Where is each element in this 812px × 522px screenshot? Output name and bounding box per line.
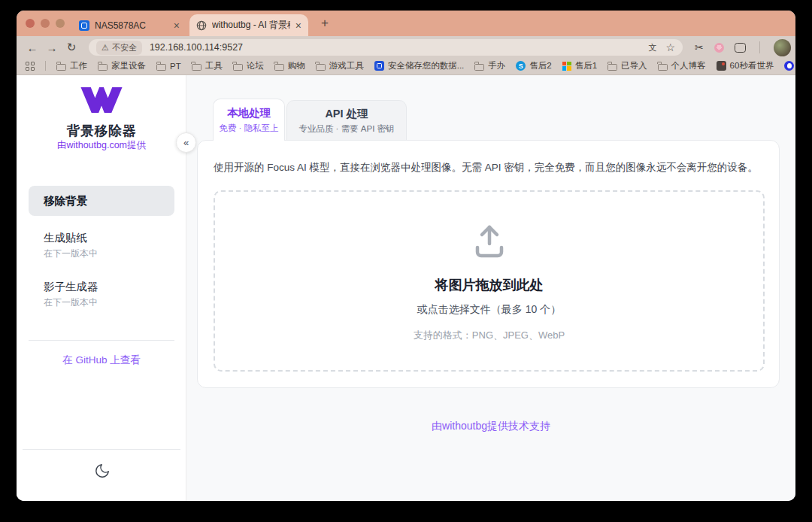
close-window-button[interactable]: [26, 19, 35, 28]
close-tab-icon[interactable]: ×: [174, 20, 180, 31]
folder-icon: [316, 64, 326, 71]
translate-icon[interactable]: 文: [648, 42, 656, 53]
upload-icon: [468, 220, 511, 263]
bookmark-item[interactable]: 个人博客: [658, 60, 706, 71]
bookmark-label: 工作: [70, 60, 87, 71]
storage-favicon: [374, 61, 384, 71]
bookmark-label: 售后2: [529, 60, 551, 71]
close-tab-icon[interactable]: ×: [295, 20, 301, 31]
side-panel-icon[interactable]: [735, 43, 746, 53]
bookmark-label: 60秒看世界: [730, 60, 774, 71]
browser-tab-nas[interactable]: NAS5878AC ×: [72, 14, 186, 36]
scissors-extension-icon[interactable]: ✂: [695, 41, 704, 53]
folder-icon: [658, 64, 668, 71]
reload-icon[interactable]: ↻: [62, 41, 81, 54]
bookmark-item[interactable]: 安全储存您的数据...: [374, 60, 465, 71]
tab-subtitle: 免费 · 隐私至上: [219, 123, 278, 134]
forward-icon[interactable]: →: [42, 41, 62, 54]
apps-grid-icon[interactable]: [26, 62, 35, 71]
sidebar-item-generate-sticker[interactable]: 生成贴纸 在下一版本中: [29, 230, 174, 259]
flower-extension-icon[interactable]: [714, 43, 724, 53]
divider: [29, 340, 174, 341]
withoutbg-logo-icon: [79, 86, 124, 114]
minimize-window-button[interactable]: [41, 19, 50, 28]
web-page: 背景移除器 由withoutbg.com提供 « 移除背景 生成贴纸 在下一版本…: [17, 75, 795, 501]
bookmark-star-icon[interactable]: ☆: [665, 41, 675, 53]
new-tab-button[interactable]: +: [316, 14, 334, 32]
browser-tab-withoutbg[interactable]: withoutbg - AI 背景移除 ×: [189, 14, 308, 36]
back-icon[interactable]: ←: [23, 41, 42, 54]
bookmarks-divider: [45, 61, 46, 71]
toolbar-divider: [759, 41, 760, 53]
bookmark-item[interactable]: 百度一下，你就知道: [784, 60, 795, 71]
profile-avatar[interactable]: [774, 39, 791, 56]
bookmark-label: 已导入: [621, 60, 647, 71]
bookmark-label: 安全储存您的数据...: [388, 60, 465, 71]
bookmark-item[interactable]: 购物: [274, 60, 305, 71]
tab-local-processing[interactable]: 本地处理 免费 · 隐私至上: [213, 99, 285, 141]
app-sidebar: 背景移除器 由withoutbg.com提供 « 移除背景 生成贴纸 在下一版本…: [17, 75, 186, 501]
sidebar-item-shadow-generator[interactable]: 影子生成器 在下一版本中: [29, 279, 174, 308]
tab-subtitle: 专业品质 · 需要 API 密钥: [298, 123, 394, 135]
browser-tab-strip: NAS5878AC × withoutbg - AI 背景移除 × +: [17, 11, 795, 36]
bookmark-item[interactable]: S售后2: [516, 60, 551, 71]
bookmark-item[interactable]: 工作: [56, 60, 87, 71]
powered-by-link[interactable]: 由withoutbg提供技术支持: [186, 420, 795, 433]
bookmark-item[interactable]: 论坛: [233, 60, 264, 71]
zoom-window-button[interactable]: [56, 19, 65, 28]
bookmarks-bar: 工作 家里设备 PT 工具 论坛 购物 游戏工具 安全储存您的数据... 手办 …: [17, 59, 795, 75]
bookmark-label: 论坛: [247, 60, 264, 71]
main-content: 本地处理 免费 · 隐私至上 API 处理 专业品质 · 需要 API 密钥 使…: [186, 75, 795, 501]
bookmark-item[interactable]: PT: [156, 62, 181, 71]
folder-icon: [156, 64, 166, 71]
browser-tab-title: withoutbg - AI 背景移除: [212, 19, 290, 32]
bookmark-item[interactable]: 售后1: [562, 60, 597, 71]
dropzone-title: 将图片拖放到此处: [435, 276, 544, 294]
bookmark-item[interactable]: 60秒看世界: [717, 60, 774, 71]
divider: [23, 449, 180, 450]
bookmark-item[interactable]: 游戏工具: [316, 60, 364, 71]
security-label: 不安全: [112, 42, 137, 53]
sidebar-item-label: 影子生成器: [44, 279, 174, 294]
dropzone-subtitle: 或点击选择文件（最多 10 个）: [417, 303, 561, 317]
sidebar-item-subtitle: 在下一版本中: [44, 247, 174, 259]
bookmark-item[interactable]: 手办: [474, 60, 505, 71]
url-text[interactable]: 192.168.100.114:9527: [150, 42, 649, 53]
moon-icon: [94, 463, 111, 479]
bookmark-label: 家里设备: [111, 60, 146, 71]
bookmark-item[interactable]: 已导入: [607, 60, 647, 71]
browser-tab-title: NAS5878AC: [95, 20, 168, 31]
microsoft-favicon: [562, 62, 571, 71]
folder-icon: [56, 64, 66, 71]
content-card: 使用开源的 Focus AI 模型，直接在浏览器中处理图像。无需 API 密钥，…: [197, 140, 780, 388]
baidu-favicon: [784, 61, 794, 71]
sidebar-item-label: 生成贴纸: [44, 230, 174, 245]
image-dropzone[interactable]: 将图片拖放到此处 或点击选择文件（最多 10 个） 支持的格式：PNG、JPEG…: [214, 190, 765, 372]
bookmark-label: 购物: [288, 60, 305, 71]
tab-api-processing[interactable]: API 处理 专业品质 · 需要 API 密钥: [286, 100, 407, 141]
bookmark-item[interactable]: 工具: [192, 60, 223, 71]
github-link[interactable]: 在 GitHub 上查看: [17, 354, 186, 367]
bookmark-label: 售后1: [575, 60, 597, 71]
provider-link[interactable]: 由withoutbg.com提供: [17, 139, 186, 152]
bookmark-label: 个人博客: [671, 60, 706, 71]
sidebar-item-remove-background[interactable]: 移除背景: [29, 186, 174, 216]
nas-favicon: [79, 20, 89, 31]
dropzone-formats: 支持的格式：PNG、JPEG、WebP: [414, 329, 565, 342]
news-favicon: [717, 61, 726, 71]
security-badge[interactable]: ⚠ 不安全: [96, 41, 142, 55]
dark-mode-toggle[interactable]: [93, 462, 111, 480]
bookmark-item[interactable]: 家里设备: [98, 60, 146, 71]
sidebar-item-subtitle: 在下一版本中: [44, 296, 174, 308]
bookmark-label: 工具: [205, 60, 223, 71]
address-bar[interactable]: ⚠ 不安全 192.168.100.114:9527 文 ☆: [89, 39, 683, 56]
s-favicon: S: [516, 61, 526, 71]
browser-toolbar: ← → ↻ ⚠ 不安全 192.168.100.114:9527 文 ☆ ✂ ⋮: [17, 36, 795, 59]
app-title: 背景移除器: [17, 122, 186, 140]
folder-icon: [274, 64, 284, 71]
sidebar-collapse-button[interactable]: «: [176, 132, 196, 153]
tab-label: 本地处理: [227, 106, 271, 120]
bookmark-label: PT: [170, 62, 181, 71]
bookmark-label: 游戏工具: [329, 60, 364, 71]
bookmark-label: 手办: [488, 60, 505, 71]
